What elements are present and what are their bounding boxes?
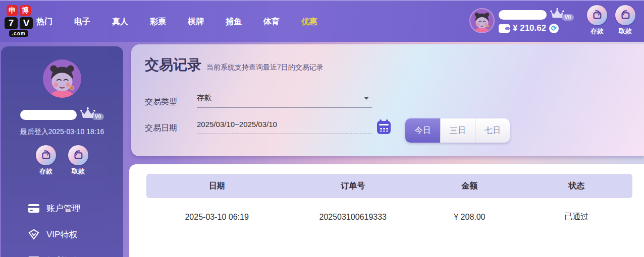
vip-crown: V0 (550, 8, 574, 22)
deposit-label: 存款 (591, 27, 604, 36)
calendar-icon[interactable] (377, 121, 391, 134)
sidebar-avatar[interactable] (43, 59, 81, 98)
sidebar: V0 最后登入2025-03-10 18:16 存款 取 (1, 46, 123, 257)
nav-item-fishing[interactable]: 捕鱼 (222, 14, 246, 30)
tab-three-days[interactable]: 三日 (440, 118, 475, 143)
sidebar-item-bonus-redpacket[interactable]: 红利红包 (1, 247, 123, 257)
nav-item-chess[interactable]: 棋牌 (184, 14, 208, 30)
logo-char-1: 申 (7, 5, 18, 16)
account-summary: V0 ¥ 210.62 ⟳ (469, 8, 574, 33)
sidebar-user-row: V0 (1, 105, 123, 121)
refresh-balance-icon[interactable]: ⟳ (549, 24, 559, 33)
sidebar-item-label: 账户管理 (46, 203, 81, 214)
col-header-date: 日期 (146, 181, 287, 191)
withdraw-icon (68, 145, 88, 165)
transaction-type-value: 存款 (197, 93, 212, 103)
chevron-down-icon (364, 97, 369, 100)
sidebar-vip-crown: V0 (80, 107, 104, 121)
cell-order-no: 202503100619333 (287, 213, 418, 222)
sidebar-vip-level-badge: V0 (92, 113, 104, 120)
sidebar-action-buttons: 存款 取款 (1, 145, 123, 176)
vip-level-badge: V0 (562, 14, 574, 21)
deposit-icon (587, 5, 607, 25)
top-action-buttons: 存款 取款 (585, 5, 637, 36)
logo-char-2: 博 (20, 5, 31, 16)
sidebar-username-redacted (20, 110, 77, 120)
nav-item-lottery[interactable]: 彩票 (146, 14, 170, 30)
logo-com: .com (9, 30, 28, 37)
withdraw-button[interactable]: 取款 (614, 5, 637, 36)
nav-item-slots[interactable]: 电子 (70, 14, 94, 30)
deposit-icon (36, 145, 56, 165)
avatar-image (470, 9, 494, 32)
sidebar-item-account-management[interactable]: 账户管理 (1, 195, 123, 221)
account-row-balance: ¥ 210.62 ⟳ (499, 23, 574, 33)
nav-item-live[interactable]: 真人 (108, 14, 132, 30)
cell-amount: ¥ 208.00 (418, 213, 520, 222)
transaction-date-value: 2025/03/10~2025/03/10 (197, 120, 277, 128)
site-logo[interactable]: 申 博 7 V .com (4, 5, 33, 37)
page-title: 交易记录 (145, 55, 201, 75)
nav-item-sports[interactable]: 体育 (259, 14, 284, 30)
logo-mid-row: 7 V (5, 17, 33, 29)
username-redacted (499, 10, 547, 20)
logo-top-row: 申 博 (7, 5, 31, 16)
logo-7: 7 (5, 17, 18, 29)
table-row: 2025-03-10 06:19 202503100619333 ¥ 208.0… (146, 203, 632, 231)
logo-v: V (20, 17, 33, 29)
transaction-date-label: 交易日期 (145, 123, 177, 134)
transaction-type-label: 交易类型 (145, 97, 177, 107)
balance-amount: ¥ 210.62 (513, 23, 546, 33)
main-nav: 热门 电子 真人 彩票 棋牌 捕鱼 体育 优惠 (32, 1, 321, 43)
card-icon (28, 203, 39, 214)
tab-seven-days[interactable]: 七日 (475, 118, 510, 143)
cell-date: 2025-03-10 06:19 (146, 213, 287, 222)
sidebar-menu: 账户管理 VIP特权 红利红包 (1, 195, 123, 257)
withdraw-icon (615, 5, 635, 25)
tab-today[interactable]: 今日 (405, 118, 440, 143)
account-info: V0 ¥ 210.62 ⟳ (499, 8, 574, 33)
table-header-row: 日期 订单号 金额 状态 (146, 174, 632, 198)
sidebar-item-label: 红利红包 (46, 255, 81, 257)
wallet-icon (499, 24, 510, 33)
sidebar-deposit-button[interactable]: 存款 (36, 145, 56, 176)
sidebar-withdraw-button[interactable]: 取款 (68, 145, 88, 176)
user-avatar[interactable] (469, 8, 495, 33)
transaction-type-select[interactable]: 存款 (197, 89, 372, 108)
account-row-user: V0 (499, 8, 574, 21)
envelope-icon (28, 255, 39, 257)
sidebar-item-label: VIP特权 (46, 229, 77, 240)
deposit-button[interactable]: 存款 (585, 5, 609, 36)
panel-title-row: 交易记录 当前系统支持查询最近7日的交易记录 (145, 55, 324, 75)
col-header-order-no: 订单号 (287, 181, 418, 191)
last-login-text: 最后登入2025-03-10 18:16 (1, 127, 123, 137)
sidebar-item-vip-privileges[interactable]: VIP特权 (1, 221, 123, 247)
sidebar-deposit-label: 存款 (39, 167, 52, 176)
sidebar-withdraw-label: 取款 (72, 167, 85, 176)
top-bar: 申 博 7 V .com 热门 电子 真人 彩票 棋牌 捕鱼 体育 优惠 (0, 0, 644, 42)
nav-item-promo[interactable]: 优惠 (297, 14, 321, 30)
withdraw-label: 取款 (619, 27, 632, 36)
col-header-status: 状态 (520, 181, 632, 191)
cell-status: 已通过 (520, 212, 632, 222)
nav-item-hot[interactable]: 热门 (32, 14, 57, 30)
col-header-amount: 金额 (418, 181, 520, 191)
vip-diamond-icon (28, 229, 39, 240)
transaction-table-panel: 日期 订单号 金额 状态 2025-03-10 06:19 2025031006… (129, 164, 644, 257)
sidebar-avatar-image (43, 59, 81, 98)
transaction-date-field[interactable]: 2025/03/10~2025/03/10 (197, 115, 372, 134)
page-subtitle: 当前系统支持查询最近7日的交易记录 (206, 63, 324, 72)
transaction-filter-panel: 交易记录 当前系统支持查询最近7日的交易记录 交易类型 存款 交易日期 2025… (131, 44, 644, 156)
date-range-tabs: 今日 三日 七日 (405, 118, 510, 143)
